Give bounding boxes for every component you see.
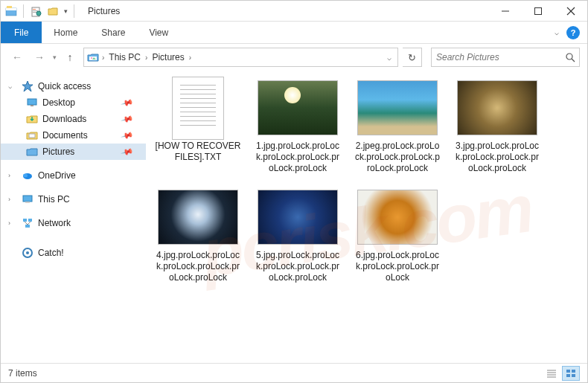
ribbon-expand-icon[interactable]: ⌵ [555,28,559,36]
pin-icon: 📌 [121,112,135,126]
sidebar-label: Documents [42,130,88,141]
expand-caret-icon[interactable]: › [8,172,16,179]
sidebar-network[interactable]: › Network [1,215,146,231]
svg-rect-18 [31,105,33,106]
sidebar-quick-access[interactable]: ⌵ Quick access [1,78,146,94]
svg-rect-25 [28,219,32,222]
svg-rect-22 [23,196,32,202]
properties-icon[interactable] [30,4,43,18]
file-thumbnail [157,78,239,138]
titlebar: ▾ Pictures [1,1,587,22]
new-folder-icon[interactable] [46,4,60,18]
breadcrumb-pictures[interactable]: Pictures [150,52,185,62]
downloads-icon [26,113,38,125]
svg-marker-16 [22,81,33,91]
svg-rect-5 [33,10,38,11]
file-item[interactable]: [HOW TO RECOVER FILES].TXT [155,78,241,174]
chevron-right-icon[interactable]: › [100,54,106,62]
up-button[interactable]: ↑ [61,48,79,66]
expand-caret-icon[interactable]: › [8,219,16,227]
close-button[interactable] [555,1,587,22]
image-thumbnail [457,80,537,135]
sidebar-label: Catch! [38,248,64,258]
refresh-button[interactable]: ↻ [403,48,422,67]
window-title: Pictures [88,6,120,16]
sidebar-onedrive[interactable]: › OneDrive [1,167,146,184]
file-thumbnail [157,187,239,247]
svg-rect-2 [7,6,12,8]
sidebar-label: OneDrive [38,170,76,181]
pin-icon: 📌 [121,129,135,142]
address-bar[interactable]: › This PC › Pictures › ⌵ [83,48,398,67]
file-label: 3.jpg.proLock.proLock.proLock.proLock.pr… [454,141,540,174]
breadcrumb-this-pc[interactable]: This PC [107,52,142,62]
help-icon[interactable]: ? [566,26,580,39]
ribbon-home-tab[interactable]: Home [42,22,89,43]
sidebar-documents[interactable]: Documents 📌 [1,127,146,144]
back-button[interactable]: ← [8,48,26,66]
search-box[interactable] [431,48,580,67]
sidebar-label: Downloads [42,114,86,124]
ribbon-share-tab[interactable]: Share [89,22,137,43]
desktop-icon [26,97,38,109]
quick-access-icon [22,80,33,92]
history-dropdown-icon[interactable]: ▾ [53,54,57,61]
sidebar-catch[interactable]: › Catch! [1,245,146,261]
image-thumbnail [258,190,338,245]
svg-rect-9 [535,7,542,14]
svg-rect-17 [28,99,36,105]
sidebar-pictures[interactable]: Pictures 📌 [1,144,146,160]
sidebar-this-pc[interactable]: › This PC [1,191,146,207]
separator [74,4,74,18]
sidebar-label: Desktop [42,97,75,108]
ribbon-view-tab[interactable]: View [137,22,180,43]
quick-access-toolbar: ▾ Pictures [1,4,120,18]
pin-icon: 📌 [121,145,135,158]
maximize-button[interactable] [522,1,555,22]
sidebar-downloads[interactable]: Downloads 📌 [1,111,146,127]
file-item[interactable]: 6.jpg.proLock.proLock.proLock.proLock.pr… [354,187,441,283]
file-thumbnail [357,78,438,138]
file-label: 4.jpg.proLock.proLock.proLock.proLock.pr… [155,250,241,283]
address-dropdown-icon[interactable]: ⌵ [384,54,394,62]
svg-rect-26 [25,225,30,228]
file-item[interactable]: 1.jpg.proLock.proLock.proLock.proLock.pr… [255,78,341,174]
folder-window-icon [5,5,17,17]
large-icons-view-button[interactable] [562,366,580,381]
details-view-button[interactable] [543,366,560,381]
search-icon[interactable] [561,53,579,62]
separator [23,4,24,18]
minimize-button[interactable] [489,1,522,22]
forward-button[interactable]: → [31,48,48,66]
svg-rect-35 [566,370,570,373]
text-file-icon [172,77,224,140]
expand-caret-icon[interactable]: › [8,196,16,203]
chevron-right-icon[interactable]: › [188,54,193,62]
svg-rect-37 [566,374,570,377]
file-item[interactable]: 5.jpg.proLock.proLock.proLock.proLock.pr… [255,187,341,283]
file-item[interactable]: 4.jpg.proLock.proLock.proLock.proLock.pr… [155,187,241,283]
onedrive-icon [22,170,33,181]
svg-rect-4 [33,9,36,10]
qat-dropdown-icon[interactable]: ▾ [64,7,68,15]
image-thumbnail [357,190,438,245]
file-view[interactable]: pcrisk.com [HOW TO RECOVER FILES].TXT 1.… [146,71,587,363]
documents-icon [26,129,38,141]
ribbon-file-tab[interactable]: File [1,22,42,43]
expand-caret-icon[interactable]: ⌵ [8,83,16,90]
item-count: 7 items [8,368,37,379]
pictures-folder-icon [87,51,99,63]
sidebar-label: Quick access [38,81,91,91]
network-icon [22,217,33,229]
pin-icon: 📌 [121,96,135,109]
image-thumbnail [357,80,438,135]
sidebar-desktop[interactable]: Desktop 📌 [1,94,146,111]
search-input[interactable] [432,52,561,62]
image-thumbnail [158,190,238,245]
chevron-right-icon[interactable]: › [144,54,149,62]
file-item[interactable]: 3.jpg.proLock.proLock.proLock.proLock.pr… [454,78,540,174]
svg-rect-36 [572,370,575,373]
ribbon: File Home Share View ⌵ ? [1,22,587,44]
file-item[interactable]: 2.jpeg.proLock.proLock.proLock.proLock.p… [354,78,441,174]
svg-line-27 [25,222,28,225]
